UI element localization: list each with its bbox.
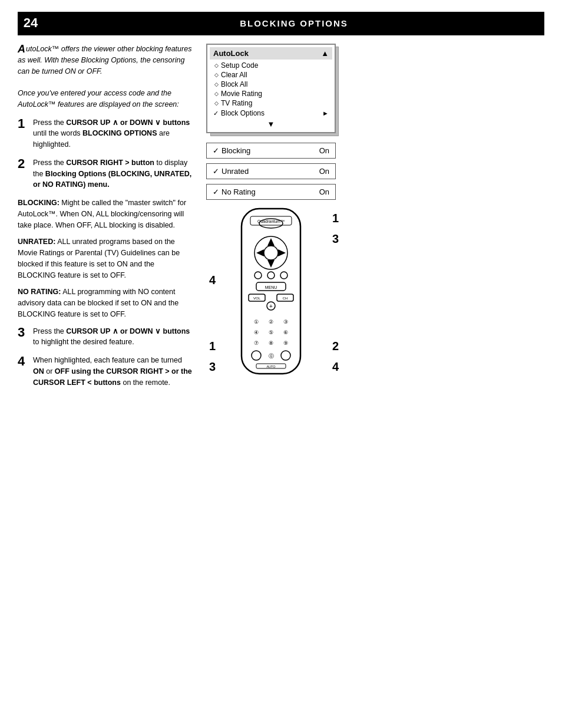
tv-menu-label-setup: Setup Code xyxy=(221,61,258,70)
right-column: AutoLock ▲ ◇ Setup Code ◇ Clear All ◇ Bl… xyxy=(206,44,544,395)
tv-menu-diamond-movie: ◇ xyxy=(214,91,219,97)
svg-text:⑧: ⑧ xyxy=(269,340,273,346)
def-no-rating: NO RATING: ALL programming with NO conte… xyxy=(18,286,194,319)
option-unrated-check: ✓ xyxy=(213,167,219,176)
svg-text:④: ④ xyxy=(254,330,259,335)
tv-menu-item-setup: ◇ Setup Code xyxy=(210,61,332,70)
svg-text:③: ③ xyxy=(283,319,288,325)
option-blocking-text: Blocking xyxy=(222,146,250,155)
svg-point-30 xyxy=(252,351,261,360)
step-4-number: 4 xyxy=(18,355,28,388)
step-1-text: Press the CURSOR UP ∧ or DOWN ∨ buttons … xyxy=(33,117,194,150)
step-4-text: When highlighted, each feature can be tu… xyxy=(33,355,194,388)
option-blocking-label: ✓ Blocking xyxy=(213,146,250,155)
option-no-rating-value: On xyxy=(319,187,329,196)
svg-text:VOL: VOL xyxy=(253,297,261,300)
step-2-number: 2 xyxy=(18,157,28,190)
option-blocking-value: On xyxy=(319,146,329,155)
step-2-text: Press the CURSOR RIGHT > button to displ… xyxy=(33,157,194,190)
dropcap: A xyxy=(18,44,25,54)
option-unrated-value: On xyxy=(319,167,329,176)
tv-menu-diamond-clear: ◇ xyxy=(214,72,219,78)
svg-text:⑥: ⑥ xyxy=(283,330,288,335)
page: 24 BLOCKING OPTIONS AutoLock™ offers the… xyxy=(0,0,562,728)
svg-text:②: ② xyxy=(269,319,273,325)
remote-label-3-top: 3 xyxy=(332,232,339,246)
remote-label-4: 4 xyxy=(209,274,216,287)
svg-point-11 xyxy=(267,272,275,279)
svg-point-32 xyxy=(281,351,290,360)
tv-menu-item-block-all: ◇ Block All xyxy=(210,80,332,89)
svg-text:Quadrantum™: Quadrantum™ xyxy=(257,219,285,224)
option-blocking-check: ✓ xyxy=(213,146,219,155)
page-header: 24 BLOCKING OPTIONS xyxy=(18,12,544,35)
option-blocking: ✓ Blocking On xyxy=(206,143,336,159)
def-blocking: BLOCKING: Might be called the "master sw… xyxy=(18,197,194,230)
tv-menu-arrow-right: ► xyxy=(322,110,329,117)
svg-rect-0 xyxy=(242,209,300,374)
tv-menu-label-blockall: Block All xyxy=(221,80,247,88)
svg-text:①: ① xyxy=(254,319,259,325)
tv-menu-arrow-up: ▲ xyxy=(321,49,329,58)
tv-menu-label-tv: TV Rating xyxy=(221,99,252,107)
def-unrated: UNRATED: ALL unrated programs based on t… xyxy=(18,236,194,281)
tv-menu-diamond-setup: ◇ xyxy=(214,62,219,68)
tv-menu-wrapper: AutoLock ▲ ◇ Setup Code ◇ Clear All ◇ Bl… xyxy=(206,44,336,133)
main-content: AutoLock™ offers the viewer other blocki… xyxy=(18,44,544,395)
svg-marker-6 xyxy=(267,260,275,268)
svg-text:⑨: ⑨ xyxy=(283,340,288,346)
option-no-rating: ✓ No Rating On xyxy=(206,184,336,200)
tv-menu-check-blockoptions: ✓ xyxy=(213,110,219,117)
page-number: 24 xyxy=(18,12,44,34)
tv-menu-diamond-blockall: ◇ xyxy=(214,81,219,87)
svg-marker-8 xyxy=(278,249,286,256)
remote-label-2: 2 xyxy=(332,340,339,353)
svg-text:⑤: ⑤ xyxy=(269,330,273,335)
def-blocking-title: BLOCKING: xyxy=(18,199,59,207)
tv-menu-item-movie: ◇ Movie Rating xyxy=(210,89,332,98)
remote-label-1-bottom: 1 xyxy=(209,340,216,353)
remote-label-4-bottom: 4 xyxy=(332,360,339,374)
intro-text1: utoLock™ offers the viewer other blockin… xyxy=(18,45,191,75)
svg-point-9 xyxy=(264,246,278,260)
step-3-text: Press the CURSOR UP ∧ or DOWN ∨ buttons … xyxy=(33,326,194,348)
intro-paragraph: AutoLock™ offers the viewer other blocki… xyxy=(18,44,194,110)
step-3: 3 Press the CURSOR UP ∧ or DOWN ∨ button… xyxy=(18,326,194,348)
svg-marker-7 xyxy=(256,249,264,256)
step-4: 4 When highlighted, each feature can be … xyxy=(18,355,194,388)
tv-menu-arrow-down-row: ▼ xyxy=(210,118,332,130)
svg-text:CH: CH xyxy=(283,297,288,300)
svg-text:AUTO: AUTO xyxy=(266,365,276,368)
tv-menu-arrow-down: ▼ xyxy=(267,120,275,129)
tv-menu-diamond-tv: ◇ xyxy=(214,100,219,106)
svg-text:+: + xyxy=(269,303,273,309)
def-unrated-title: UNRATED: xyxy=(18,238,55,246)
tv-menu-title: AutoLock xyxy=(213,49,249,58)
step-1: 1 Press the CURSOR UP ∧ or DOWN ∨ button… xyxy=(18,117,194,150)
remote-illustration: 1 3 4 1 3 2 4 Quadrantum™ xyxy=(206,206,342,394)
tv-menu-item-tv: ◇ TV Rating xyxy=(210,98,332,108)
svg-point-10 xyxy=(254,272,262,279)
svg-marker-5 xyxy=(267,238,275,246)
option-no-rating-text: No Rating xyxy=(222,187,256,196)
option-no-rating-label: ✓ No Rating xyxy=(213,187,256,196)
remote-label-3-bottom: 3 xyxy=(209,360,216,374)
tv-menu-label-blockoptions: Block Options xyxy=(221,109,265,117)
tv-menu-title-row: AutoLock ▲ xyxy=(210,47,332,60)
option-unrated-text: Unrated xyxy=(222,167,249,176)
svg-text:⓪: ⓪ xyxy=(269,353,274,359)
page-title: BLOCKING OPTIONS xyxy=(44,12,544,34)
tv-menu: AutoLock ▲ ◇ Setup Code ◇ Clear All ◇ Bl… xyxy=(206,44,336,133)
tv-menu-label-movie: Movie Rating xyxy=(221,90,262,98)
step-1-number: 1 xyxy=(18,117,28,150)
remote-svg: Quadrantum™ xyxy=(218,206,324,377)
svg-text:⑦: ⑦ xyxy=(254,340,259,346)
left-column: AutoLock™ offers the viewer other blocki… xyxy=(18,44,194,395)
option-unrated-label: ✓ Unrated xyxy=(213,167,249,176)
option-no-rating-check: ✓ xyxy=(213,187,219,196)
step-2: 2 Press the CURSOR RIGHT > button to dis… xyxy=(18,157,194,190)
def-no-rating-title: NO RATING: xyxy=(18,288,61,296)
option-unrated: ✓ Unrated On xyxy=(206,163,336,179)
step-3-number: 3 xyxy=(18,326,28,348)
remote-label-1-top: 1 xyxy=(332,212,339,225)
